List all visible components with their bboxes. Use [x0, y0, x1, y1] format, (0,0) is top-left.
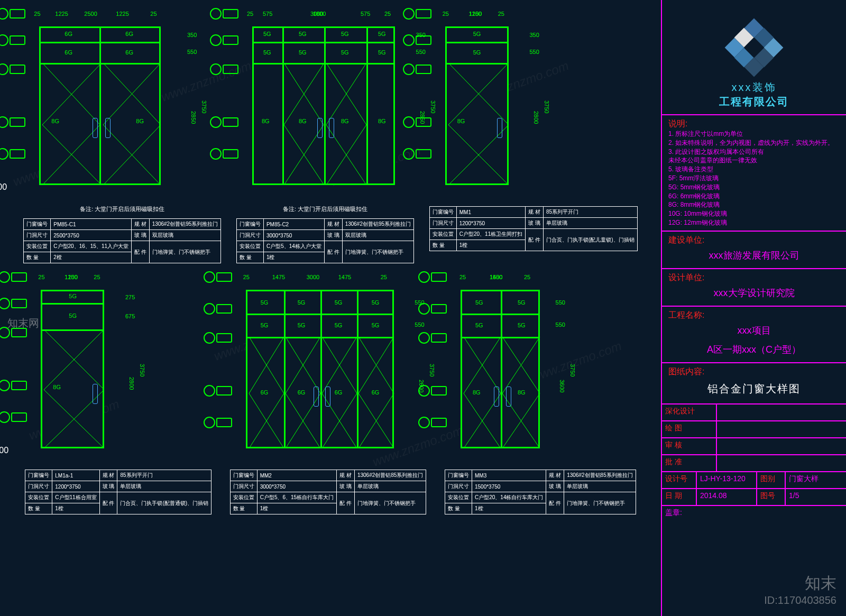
section-callout	[403, 8, 431, 20]
project-value2: A区一期xxx（C户型）	[668, 340, 840, 359]
dim-seg-l: 1225	[55, 11, 68, 17]
section-callout	[418, 385, 447, 397]
section-callout	[210, 116, 238, 128]
section-callout	[403, 148, 431, 160]
deepen-design-row: 深化设计	[662, 403, 846, 420]
dim-total-w: 2500	[84, 11, 97, 17]
stamp-row: 盖章:	[662, 505, 846, 532]
section-callout	[418, 332, 447, 344]
datum-marker: ±0.000	[0, 182, 7, 192]
designer-label: 设计单位:	[668, 272, 840, 283]
draw-row: 绘 图	[662, 420, 846, 437]
door-handle	[314, 387, 319, 407]
door-PM85-C1: 2500 1225 1225 25 25	[23, 11, 221, 263]
designer-section: 设计单位: xxx大学设计研究院	[662, 268, 846, 306]
door-note: 备注: 大堂门开启后须用磁吸扣住	[236, 205, 414, 213]
section-callout	[210, 8, 238, 20]
company-name-1: xxx装饰	[662, 80, 846, 95]
section-callout	[0, 63, 25, 75]
section-callout	[418, 271, 447, 283]
section-callout	[418, 303, 447, 315]
door-handle	[506, 387, 511, 407]
section-callout	[403, 116, 431, 128]
content-section: 图纸内容: 铝合金门窗大样图	[662, 362, 846, 403]
section-callout	[204, 385, 232, 397]
section-callout	[0, 34, 25, 46]
section-callout	[204, 303, 232, 315]
content-label: 图纸内容:	[668, 366, 840, 378]
section-callout	[210, 34, 238, 46]
designer-value: xxx大学设计研究院	[668, 283, 840, 302]
client-value: xxx旅游发展有限公司	[668, 246, 840, 265]
approve-row: 批 准	[662, 454, 846, 471]
client-section: 建设单位: xxx旅游发展有限公司	[662, 231, 846, 268]
section-callout	[204, 417, 232, 428]
door-LM1a-1: 1200 1150 25 25 5G 5G 8G	[25, 274, 212, 514]
spec-table-MM2: 门窗编号MM2规 材1306#2创普铝85系列推拉门 门洞尺寸3000*3750…	[230, 470, 427, 514]
notes-text: 1. 所标注尺寸以mm为单位 2. 如未特殊说明，全为内视图，虚线为内开，实线为…	[668, 130, 840, 227]
company-name-2: 工程有限公司	[662, 95, 846, 109]
project-label: 工程名称:	[668, 310, 840, 321]
door-handle	[105, 118, 111, 138]
titleblock: xxx装饰 工程有限公司 说明: 1. 所标注尺寸以mm为单位 2. 如未特殊说…	[661, 0, 846, 616]
door-handle	[93, 118, 98, 138]
section-callout	[210, 63, 238, 75]
section-callout	[403, 34, 431, 46]
dim-edge: 25	[150, 11, 157, 17]
spec-table-PM85-C1: 门窗编号PM85-C1规 材1306#2创普铝95系列推拉门 门洞尺寸2500*…	[23, 218, 221, 263]
section-callout	[0, 116, 25, 128]
door-swing	[247, 337, 396, 450]
door-handle	[497, 118, 502, 138]
drawing-canvas: 知末网 www.znzmo.com www.znzmo.com www.znzm…	[0, 0, 661, 616]
section-callout	[204, 271, 232, 283]
datum-marker: ±0.000	[0, 446, 8, 455]
project-value1: xxx项目	[668, 321, 840, 340]
dim-edge: 25	[34, 11, 40, 17]
door-note: 备注: 大堂门开启后须用磁吸扣住	[23, 205, 221, 213]
spec-table-MM1: 门窗编号MM1规 材85系列平开门 门洞尺寸1200*3750玻 璃单层玻璃 安…	[429, 206, 638, 251]
section-callout	[204, 332, 232, 344]
section-callout	[0, 298, 27, 309]
door-PM85-C2: 3000 575 1800 575 25 25	[236, 11, 414, 263]
section-callout	[403, 63, 431, 75]
door-handle	[329, 118, 334, 138]
project-section: 工程名称: xxx项目 A区一期xxx（C户型）	[662, 306, 846, 362]
section-callout	[210, 148, 238, 160]
section-callout	[0, 271, 27, 283]
door-handle	[494, 387, 499, 407]
content-value: 铝合金门窗大样图	[668, 378, 840, 400]
dim-seg-r: 1225	[116, 11, 128, 17]
check-row: 审 核	[662, 437, 846, 454]
date-row: 日 期 2014.08 图号 1/5	[662, 488, 846, 505]
section-callout	[0, 8, 25, 20]
corner-watermark: 知末 ID:1170403856	[764, 573, 836, 606]
door-MM1: 1200 1150 25 25 5G 5G 8G	[429, 11, 638, 263]
door-handle	[93, 384, 98, 404]
spec-table-PM85-C2: 门窗编号PM85-C2规 材1306#2创普铝95系列推拉门 门洞尺寸3000*…	[236, 218, 414, 263]
door-handle	[325, 387, 330, 407]
door-swing	[282, 63, 368, 187]
section-callout	[0, 327, 27, 338]
section-callout	[0, 148, 25, 160]
company-logo-block: xxx装饰 工程有限公司	[662, 0, 846, 114]
door-MM3: 1500 1450 25 25 5G 5G 5G	[445, 274, 636, 514]
client-label: 建设单位:	[668, 235, 840, 246]
logo-icon	[728, 21, 780, 74]
notes-label: 说明:	[668, 118, 840, 130]
spec-table-LM1a-1: 门窗编号LM1a-1规 材85系列平开门 门洞尺寸1200*3750玻 璃单层玻…	[25, 470, 212, 514]
door-swing	[462, 337, 541, 450]
door-swing	[41, 63, 162, 187]
section-callout	[418, 417, 447, 428]
section-callout	[0, 411, 27, 423]
notes-section: 说明: 1. 所标注尺寸以mm为单位 2. 如未特殊说明，全为内视图，虚线为内开…	[662, 114, 846, 231]
spec-table-MM3: 门窗编号MM3规 材1306#2创普铝85系列推拉门 门洞尺寸1500*3750…	[445, 470, 636, 514]
design-no-row: 设计号 LJ-HY-13-120 图别 门窗大样	[662, 471, 846, 488]
door-MM2: 3000 1475 1475 25 25	[230, 274, 427, 514]
section-callout	[0, 380, 27, 391]
door-handle	[317, 118, 323, 138]
